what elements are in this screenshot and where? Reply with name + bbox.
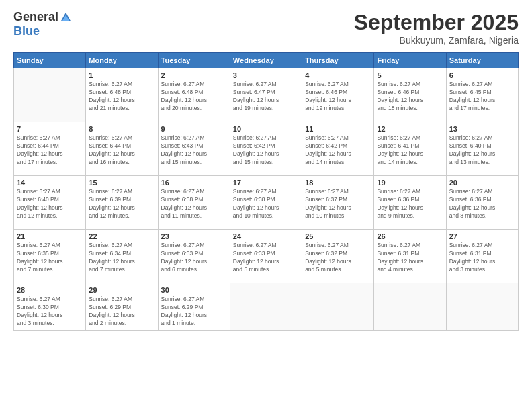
calendar-cell: 12Sunrise: 6:27 AMSunset: 6:41 PMDayligh…: [374, 122, 446, 176]
calendar-cell: 20Sunrise: 6:27 AMSunset: 6:36 PMDayligh…: [446, 176, 518, 230]
calendar-cell: 21Sunrise: 6:27 AMSunset: 6:35 PMDayligh…: [14, 230, 86, 283]
day-info: Sunrise: 6:27 AMSunset: 6:33 PMDaylight:…: [161, 242, 227, 274]
calendar-cell: [374, 283, 446, 331]
day-info: Sunrise: 6:27 AMSunset: 6:47 PMDaylight:…: [233, 81, 299, 113]
day-info: Sunrise: 6:27 AMSunset: 6:48 PMDaylight:…: [89, 81, 154, 113]
calendar-table: SundayMondayTuesdayWednesdayThursdayFrid…: [13, 52, 519, 331]
day-info: Sunrise: 6:27 AMSunset: 6:36 PMDaylight:…: [449, 188, 515, 220]
logo-blue-text: Blue: [13, 24, 40, 38]
day-number: 29: [89, 286, 154, 294]
day-of-week-header: Wednesday: [230, 53, 302, 68]
day-number: 17: [233, 179, 299, 187]
day-number: 10: [233, 125, 299, 133]
calendar-cell: 3Sunrise: 6:27 AMSunset: 6:47 PMDaylight…: [230, 68, 302, 122]
logo-general-text: General: [13, 10, 58, 24]
calendar-cell: [14, 68, 86, 122]
day-info: Sunrise: 6:27 AMSunset: 6:46 PMDaylight:…: [377, 81, 443, 113]
day-info: Sunrise: 6:27 AMSunset: 6:45 PMDaylight:…: [449, 81, 515, 113]
day-number: 21: [17, 232, 83, 240]
calendar-cell: [230, 283, 302, 331]
day-number: 30: [161, 286, 227, 294]
calendar-cell: [446, 283, 518, 331]
day-number: 19: [377, 179, 443, 187]
day-number: 11: [305, 125, 371, 133]
calendar-cell: 17Sunrise: 6:27 AMSunset: 6:38 PMDayligh…: [230, 176, 302, 230]
day-number: 16: [161, 179, 227, 187]
calendar-cell: [302, 283, 374, 331]
calendar-cell: 15Sunrise: 6:27 AMSunset: 6:39 PMDayligh…: [86, 176, 158, 230]
day-number: 25: [305, 232, 371, 240]
calendar-header-row: SundayMondayTuesdayWednesdayThursdayFrid…: [14, 53, 519, 68]
day-info: Sunrise: 6:27 AMSunset: 6:42 PMDaylight:…: [233, 134, 299, 167]
day-info: Sunrise: 6:27 AMSunset: 6:31 PMDaylight:…: [449, 242, 515, 274]
calendar-cell: 26Sunrise: 6:27 AMSunset: 6:31 PMDayligh…: [374, 230, 446, 283]
day-number: 15: [89, 179, 154, 187]
day-number: 18: [305, 179, 371, 187]
day-of-week-header: Friday: [374, 53, 446, 68]
calendar-cell: 27Sunrise: 6:27 AMSunset: 6:31 PMDayligh…: [446, 230, 518, 283]
day-of-week-header: Saturday: [446, 53, 518, 68]
calendar-cell: 2Sunrise: 6:27 AMSunset: 6:48 PMDaylight…: [158, 68, 230, 122]
day-info: Sunrise: 6:27 AMSunset: 6:42 PMDaylight:…: [305, 134, 371, 167]
day-info: Sunrise: 6:27 AMSunset: 6:30 PMDaylight:…: [17, 295, 83, 328]
calendar-cell: 30Sunrise: 6:27 AMSunset: 6:29 PMDayligh…: [158, 283, 230, 331]
calendar-cell: 5Sunrise: 6:27 AMSunset: 6:46 PMDaylight…: [374, 68, 446, 122]
day-info: Sunrise: 6:27 AMSunset: 6:40 PMDaylight:…: [17, 188, 83, 220]
calendar-cell: 9Sunrise: 6:27 AMSunset: 6:43 PMDaylight…: [158, 122, 230, 176]
calendar-cell: 19Sunrise: 6:27 AMSunset: 6:36 PMDayligh…: [374, 176, 446, 230]
day-info: Sunrise: 6:27 AMSunset: 6:34 PMDaylight:…: [89, 242, 154, 274]
calendar-cell: 29Sunrise: 6:27 AMSunset: 6:29 PMDayligh…: [86, 283, 158, 331]
day-info: Sunrise: 6:27 AMSunset: 6:38 PMDaylight:…: [233, 188, 299, 220]
day-of-week-header: Thursday: [302, 53, 374, 68]
day-info: Sunrise: 6:27 AMSunset: 6:41 PMDaylight:…: [377, 134, 443, 167]
day-info: Sunrise: 6:27 AMSunset: 6:35 PMDaylight:…: [17, 242, 83, 274]
calendar-cell: 23Sunrise: 6:27 AMSunset: 6:33 PMDayligh…: [158, 230, 230, 283]
day-info: Sunrise: 6:27 AMSunset: 6:37 PMDaylight:…: [305, 188, 371, 220]
calendar-cell: 18Sunrise: 6:27 AMSunset: 6:37 PMDayligh…: [302, 176, 374, 230]
day-number: 28: [17, 286, 83, 294]
day-number: 27: [449, 232, 515, 240]
day-info: Sunrise: 6:27 AMSunset: 6:43 PMDaylight:…: [161, 134, 227, 167]
day-number: 26: [377, 232, 443, 240]
day-info: Sunrise: 6:27 AMSunset: 6:46 PMDaylight:…: [305, 81, 371, 113]
page: General Blue September 2025 Bukkuyum, Za…: [0, 0, 532, 411]
day-number: 3: [233, 71, 299, 79]
day-number: 9: [161, 125, 227, 133]
location-subtitle: Bukkuyum, Zamfara, Nigeria: [354, 35, 519, 46]
calendar-cell: 1Sunrise: 6:27 AMSunset: 6:48 PMDaylight…: [86, 68, 158, 122]
day-of-week-header: Sunday: [14, 53, 86, 68]
day-info: Sunrise: 6:27 AMSunset: 6:33 PMDaylight:…: [233, 242, 299, 274]
day-info: Sunrise: 6:27 AMSunset: 6:38 PMDaylight:…: [161, 188, 227, 220]
day-number: 24: [233, 232, 299, 240]
day-number: 12: [377, 125, 443, 133]
calendar-cell: 8Sunrise: 6:27 AMSunset: 6:44 PMDaylight…: [86, 122, 158, 176]
day-info: Sunrise: 6:27 AMSunset: 6:39 PMDaylight:…: [89, 188, 154, 220]
logo: General Blue: [13, 10, 72, 38]
day-info: Sunrise: 6:27 AMSunset: 6:31 PMDaylight:…: [377, 242, 443, 274]
calendar-cell: 14Sunrise: 6:27 AMSunset: 6:40 PMDayligh…: [14, 176, 86, 230]
calendar-cell: 13Sunrise: 6:27 AMSunset: 6:40 PMDayligh…: [446, 122, 518, 176]
day-number: 14: [17, 179, 83, 187]
day-info: Sunrise: 6:27 AMSunset: 6:40 PMDaylight:…: [449, 134, 515, 167]
calendar-cell: 25Sunrise: 6:27 AMSunset: 6:32 PMDayligh…: [302, 230, 374, 283]
title-block: September 2025 Bukkuyum, Zamfara, Nigeri…: [354, 10, 519, 46]
day-info: Sunrise: 6:27 AMSunset: 6:29 PMDaylight:…: [161, 295, 227, 328]
day-number: 4: [305, 71, 371, 79]
day-number: 20: [449, 179, 515, 187]
month-title: September 2025: [354, 10, 519, 35]
day-info: Sunrise: 6:27 AMSunset: 6:44 PMDaylight:…: [89, 134, 154, 167]
day-info: Sunrise: 6:27 AMSunset: 6:29 PMDaylight:…: [89, 295, 154, 328]
calendar-cell: 4Sunrise: 6:27 AMSunset: 6:46 PMDaylight…: [302, 68, 374, 122]
calendar-cell: 16Sunrise: 6:27 AMSunset: 6:38 PMDayligh…: [158, 176, 230, 230]
calendar-cell: 7Sunrise: 6:27 AMSunset: 6:44 PMDaylight…: [14, 122, 86, 176]
day-info: Sunrise: 6:27 AMSunset: 6:44 PMDaylight:…: [17, 134, 83, 167]
calendar-cell: 22Sunrise: 6:27 AMSunset: 6:34 PMDayligh…: [86, 230, 158, 283]
calendar-cell: 6Sunrise: 6:27 AMSunset: 6:45 PMDaylight…: [446, 68, 518, 122]
day-number: 2: [161, 71, 227, 79]
day-info: Sunrise: 6:27 AMSunset: 6:32 PMDaylight:…: [305, 242, 371, 274]
day-number: 23: [161, 232, 227, 240]
header: General Blue September 2025 Bukkuyum, Za…: [13, 10, 519, 46]
day-number: 5: [377, 71, 443, 79]
day-of-week-header: Tuesday: [158, 53, 230, 68]
calendar-cell: 11Sunrise: 6:27 AMSunset: 6:42 PMDayligh…: [302, 122, 374, 176]
